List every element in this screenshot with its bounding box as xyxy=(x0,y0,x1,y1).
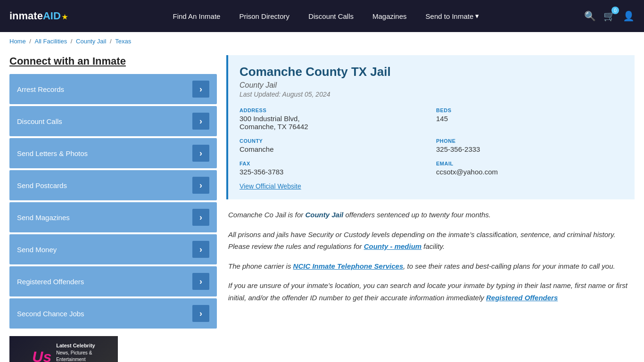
registered-offenders-link[interactable]: Registered Offenders xyxy=(486,294,558,302)
nav-send-to-inmate[interactable]: Send to Inmate ▾ xyxy=(426,12,479,20)
cart-badge: 0 xyxy=(611,7,619,14)
ad-headline: Latest Celebrity xyxy=(56,342,95,349)
county-jail-link[interactable]: County Jail xyxy=(305,211,343,219)
breadcrumb-county-jail[interactable]: County Jail xyxy=(76,38,106,45)
ad-content: Us Latest Celebrity News, Pictures & Ent… xyxy=(32,342,95,362)
description-para4: If you are unsure of your inmate’s locat… xyxy=(228,280,633,304)
chevron-down-icon: ▾ xyxy=(475,12,479,20)
breadcrumb-home[interactable]: Home xyxy=(9,38,26,45)
sidebar-title: Connect with an Inmate xyxy=(9,55,217,67)
county-label: COUNTY xyxy=(239,138,427,144)
logo-star: ★ xyxy=(62,13,68,21)
para2-after: facility. xyxy=(421,242,445,250)
para3-after: , to see their rates and best-calling pl… xyxy=(403,262,615,270)
user-icon[interactable]: 👤 xyxy=(623,10,635,22)
breadcrumb-all-facilities[interactable]: All Facilities xyxy=(35,38,67,45)
arrow-icon: › xyxy=(192,81,209,98)
nav-discount-calls[interactable]: Discount Calls xyxy=(308,12,354,20)
logo-container[interactable]: inmateAID★ xyxy=(9,10,68,22)
beds-value: 145 xyxy=(436,115,623,123)
sidebar-label-send-magazines: Send Magazines xyxy=(17,214,70,222)
sidebar-item-send-postcards[interactable]: Send Postcards › xyxy=(9,170,217,200)
sidebar-item-second-chance-jobs[interactable]: Second Chance Jobs › xyxy=(9,298,217,329)
address-label: ADDRESS xyxy=(239,107,427,113)
county-group: COUNTY Comanche xyxy=(239,138,427,153)
description-para1: Comanche Co Jail is for County Jail offe… xyxy=(228,209,633,221)
advertisement: Us Latest Celebrity News, Pictures & Ent… xyxy=(9,336,118,362)
cart-icon[interactable]: 🛒 0 xyxy=(603,10,615,22)
county-medium-link[interactable]: County - medium xyxy=(364,242,422,250)
phone-label: PHONE xyxy=(436,138,623,144)
sidebar-item-discount-calls[interactable]: Discount Calls › xyxy=(9,106,217,136)
email-label: EMAIL xyxy=(436,161,623,166)
arrow-icon: › xyxy=(192,209,209,226)
sidebar-item-send-letters[interactable]: Send Letters & Photos › xyxy=(9,138,217,168)
para1-before: Comanche Co Jail is for xyxy=(228,211,305,219)
sidebar-item-arrest-records[interactable]: Arrest Records › xyxy=(9,74,217,104)
facility-type: County Jail xyxy=(239,81,623,90)
logo-inmate: inmate xyxy=(9,10,43,22)
arrow-icon: › xyxy=(192,145,209,162)
main-content: Comanche County TX Jail County Jail Last… xyxy=(226,55,635,362)
sidebar-label-send-letters: Send Letters & Photos xyxy=(17,149,88,157)
description-para2: All prisons and jails have Security or C… xyxy=(228,229,633,253)
email-group: EMAIL ccsotx@yahoo.com xyxy=(436,161,623,176)
header-icons: 🔍 🛒 0 👤 xyxy=(584,10,635,22)
sidebar-label-second-chance-jobs: Second Chance Jobs xyxy=(17,310,84,318)
breadcrumb-state[interactable]: Texas xyxy=(115,38,131,45)
beds-label: BEDS xyxy=(436,107,623,113)
address-group: ADDRESS 300 Industrial Blvd, Comanche, T… xyxy=(239,107,427,131)
ncic-link[interactable]: NCIC Inmate Telephone Services xyxy=(293,262,404,270)
email-value: ccsotx@yahoo.com xyxy=(436,168,623,176)
arrow-icon: › xyxy=(192,241,209,258)
fax-group: FAX 325-356-3783 xyxy=(239,161,427,176)
logo-text: inmateAID★ xyxy=(9,10,68,22)
breadcrumb-sep2: / xyxy=(71,38,74,45)
official-website-link[interactable]: View Official Website xyxy=(239,182,301,190)
sidebar-menu: Arrest Records › Discount Calls › Send L… xyxy=(9,74,217,329)
main-nav: Find An Inmate Prison Directory Discount… xyxy=(68,12,584,20)
sidebar-item-send-magazines[interactable]: Send Magazines › xyxy=(9,202,217,232)
sidebar: Connect with an Inmate Arrest Records › … xyxy=(9,55,217,362)
arrow-icon: › xyxy=(192,177,209,194)
address-value: 300 Industrial Blvd, Comanche, TX 76442 xyxy=(239,115,427,131)
main-container: Connect with an Inmate Arrest Records › … xyxy=(0,50,644,362)
search-icon[interactable]: 🔍 xyxy=(584,10,596,22)
description-para3: The phone carrier is NCIC Inmate Telepho… xyxy=(228,260,633,272)
arrow-icon: › xyxy=(192,273,209,290)
ad-subline2: Entertainment xyxy=(56,357,85,362)
facility-details: ADDRESS 300 Industrial Blvd, Comanche, T… xyxy=(239,107,623,176)
site-header: inmateAID★ Find An Inmate Prison Directo… xyxy=(0,0,644,32)
fax-label: FAX xyxy=(239,161,427,166)
para1-after: offenders sentenced up to twenty four mo… xyxy=(343,211,491,219)
phone-group: PHONE 325-356-2333 xyxy=(436,138,623,153)
ad-logo: Us xyxy=(32,348,51,362)
arrow-icon: › xyxy=(192,113,209,130)
para3-before: The phone carrier is xyxy=(228,262,293,270)
sidebar-label-send-postcards: Send Postcards xyxy=(17,181,67,189)
breadcrumb: Home / All Facilities / County Jail / Te… xyxy=(0,32,644,50)
sidebar-label-arrest-records: Arrest Records xyxy=(17,85,64,93)
beds-group: BEDS 145 xyxy=(436,107,623,131)
logo-aid: AID xyxy=(43,10,61,22)
facility-updated: Last Updated: August 05, 2024 xyxy=(239,90,623,98)
fax-value: 325-356-3783 xyxy=(239,168,427,176)
breadcrumb-sep1: / xyxy=(29,38,33,45)
sidebar-item-registered-offenders[interactable]: Registered Offenders › xyxy=(9,266,217,296)
sidebar-label-send-money: Send Money xyxy=(17,246,57,254)
ad-subline1: News, Pictures & xyxy=(56,350,92,355)
nav-find-inmate[interactable]: Find An Inmate xyxy=(173,12,221,20)
ad-text: Latest Celebrity News, Pictures & Entert… xyxy=(56,342,95,362)
breadcrumb-sep3: / xyxy=(110,38,113,45)
sidebar-item-send-money[interactable]: Send Money › xyxy=(9,234,217,264)
sidebar-label-registered-offenders: Registered Offenders xyxy=(17,278,84,286)
facility-card: Comanche County TX Jail County Jail Last… xyxy=(226,55,635,199)
arrow-icon: › xyxy=(192,305,209,322)
phone-value: 325-356-2333 xyxy=(436,145,623,153)
sidebar-label-discount-calls: Discount Calls xyxy=(17,117,62,125)
nav-prison-directory[interactable]: Prison Directory xyxy=(239,12,289,20)
county-value: Comanche xyxy=(239,145,427,153)
nav-magazines[interactable]: Magazines xyxy=(372,12,407,20)
facility-title: Comanche County TX Jail xyxy=(239,65,623,79)
description-section: Comanche Co Jail is for County Jail offe… xyxy=(226,209,635,304)
